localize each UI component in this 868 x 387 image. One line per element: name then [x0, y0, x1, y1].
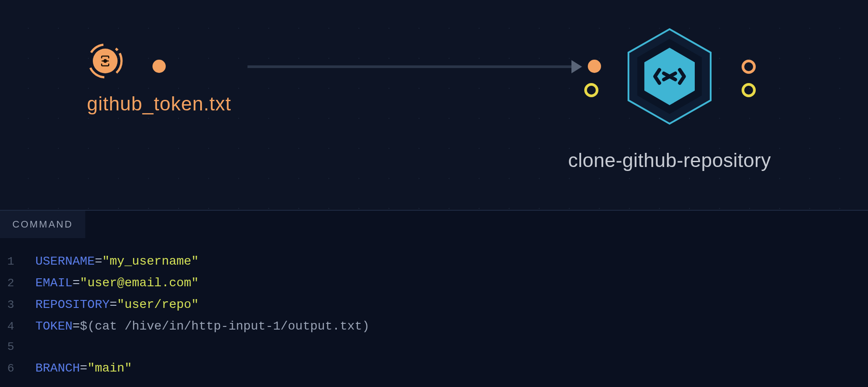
- node-target[interactable]: clone-github-repository: [619, 26, 720, 127]
- port-target-output-2[interactable]: [742, 83, 756, 97]
- line-number: 2: [0, 273, 35, 294]
- code-content: REPOSITORY="user/repo": [35, 294, 199, 315]
- line-number: 4: [0, 317, 35, 337]
- tab-bar: COMMAND: [0, 211, 868, 238]
- port-target-output-1[interactable]: [742, 60, 756, 74]
- command-panel: COMMAND 1USERNAME="my_username"2EMAIL="u…: [0, 210, 868, 387]
- code-line[interactable]: 5: [0, 337, 868, 357]
- hex-processor-icon: [619, 26, 720, 127]
- port-target-input-1[interactable]: [588, 60, 601, 73]
- line-number: 6: [0, 359, 35, 379]
- line-number: 5: [0, 337, 35, 357]
- line-number: 1: [0, 252, 35, 272]
- code-line[interactable]: 2EMAIL="user@email.com": [0, 272, 868, 294]
- data-source-icon: [85, 41, 125, 81]
- code-line[interactable]: 6BRANCH="main": [0, 357, 868, 379]
- workflow-canvas[interactable]: github_token.txt: [0, 0, 868, 210]
- code-content: BRANCH="main": [35, 357, 132, 379]
- code-line[interactable]: 3REPOSITORY="user/repo": [0, 294, 868, 315]
- node-target-label: clone-github-repository: [530, 149, 809, 171]
- port-target-input-2[interactable]: [584, 83, 598, 97]
- code-content: USERNAME="my_username": [35, 250, 199, 272]
- arrowhead-icon: [571, 60, 582, 73]
- port-source-output[interactable]: [152, 60, 166, 73]
- node-source-label: github_token.txt: [35, 93, 283, 115]
- svg-point-3: [104, 60, 107, 62]
- line-number: 3: [0, 295, 35, 315]
- tab-command[interactable]: COMMAND: [0, 211, 85, 238]
- code-content: TOKEN=$(cat /hive/in/http-input-1/output…: [35, 315, 369, 337]
- code-content: EMAIL="user@email.com": [35, 272, 199, 294]
- code-line[interactable]: 1USERNAME="my_username": [0, 250, 868, 272]
- code-line[interactable]: 4TOKEN=$(cat /hive/in/http-input-1/outpu…: [0, 315, 868, 337]
- code-editor[interactable]: 1USERNAME="my_username"2EMAIL="user@emai…: [0, 238, 868, 379]
- connection-edge[interactable]: [247, 65, 575, 68]
- node-source[interactable]: github_token.txt: [88, 44, 122, 77]
